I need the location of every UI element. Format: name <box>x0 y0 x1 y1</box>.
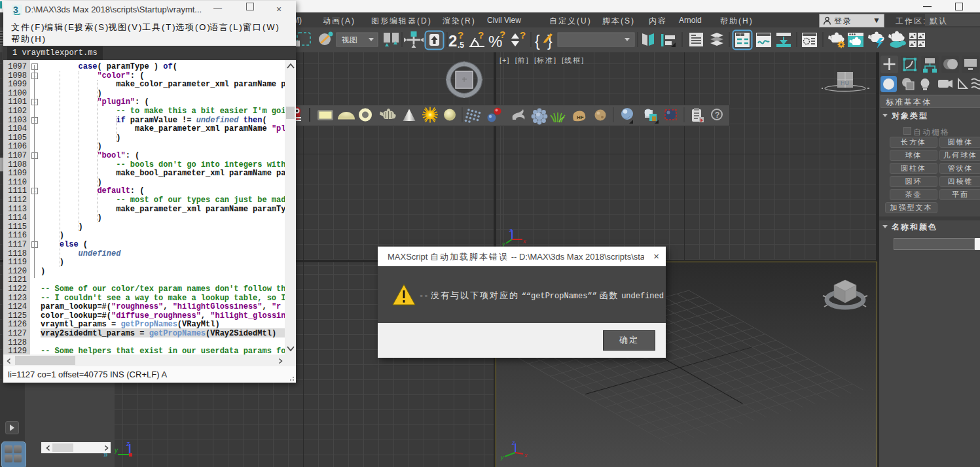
svg-text:z: z <box>126 440 130 447</box>
svg-text:x: x <box>522 238 526 245</box>
svg-text:?: ? <box>715 111 719 120</box>
svg-text:?: ? <box>499 29 505 40</box>
svg-text:x: x <box>524 452 528 458</box>
svg-text:y: y <box>500 454 504 460</box>
svg-text:视图: 视图 <box>341 35 357 44</box>
svg-text:HU: HU <box>841 80 849 86</box>
svg-text:?: ? <box>520 29 526 41</box>
svg-text:z: z <box>509 227 513 234</box>
svg-text:HF: HF <box>577 114 584 120</box>
svg-text:y: y <box>114 447 118 454</box>
svg-text:.5: .5 <box>458 41 464 50</box>
svg-text:?: ? <box>478 29 484 41</box>
svg-text:{: { <box>535 33 540 50</box>
svg-text:z: z <box>511 440 515 446</box>
svg-text:2: 2 <box>448 32 457 50</box>
svg-text:3: 3 <box>13 5 18 15</box>
svg-text:?: ? <box>458 29 463 41</box>
